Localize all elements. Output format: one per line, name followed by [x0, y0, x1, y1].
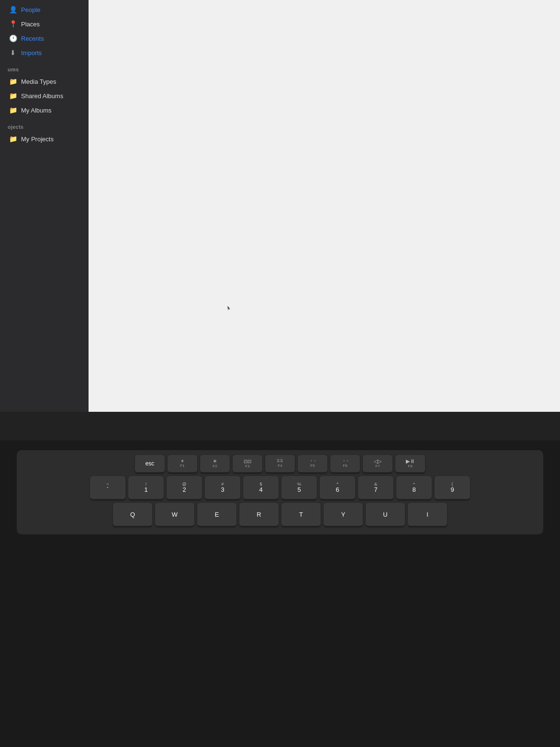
sidebar-item-recents[interactable]: 🕐 Recents: [3, 32, 86, 45]
key-f6[interactable]: ⠐⠐ F6: [330, 455, 360, 473]
sidebar-item-shared-albums[interactable]: 📁 Shared Albums: [3, 89, 86, 102]
media-folder-icon: 📁: [9, 77, 17, 86]
sidebar-label-imports: Imports: [21, 49, 42, 57]
key-3[interactable]: # 3: [205, 476, 240, 500]
map-icon: 📍: [9, 20, 17, 28]
projects-folder-icon: 📁: [9, 135, 17, 143]
key-2[interactable]: @ 2: [167, 476, 202, 500]
key-r[interactable]: R: [239, 503, 279, 527]
sidebar-label-recents: Recents: [21, 35, 44, 42]
main-content: [89, 0, 560, 412]
key-6[interactable]: ^ 6: [320, 476, 355, 500]
projects-section-label: ojects: [0, 117, 89, 132]
clock-icon: 🕐: [9, 34, 17, 43]
sidebar: 👤 People 📍 Places 🕐 Recents ⬇ Imports um…: [0, 0, 89, 412]
key-7[interactable]: & 7: [358, 476, 393, 500]
key-w[interactable]: W: [155, 503, 194, 527]
sidebar-item-my-albums[interactable]: 📁 My Albums: [3, 103, 86, 117]
key-i[interactable]: I: [408, 503, 447, 527]
key-t[interactable]: T: [281, 503, 321, 527]
key-5[interactable]: % 5: [281, 476, 317, 500]
albums-folder-icon: 📁: [9, 106, 17, 114]
key-f3[interactable]: ⊡⊡ F3: [233, 455, 262, 473]
key-u[interactable]: U: [366, 503, 405, 527]
sidebar-label-my-projects: My Projects: [21, 136, 54, 143]
screen-area: 👤 People 📍 Places 🕐 Recents ⬇ Imports um…: [0, 0, 560, 412]
letter-row-1: Q W E R T Y U: [22, 503, 538, 527]
key-y[interactable]: Y: [324, 503, 363, 527]
albums-section-label: ums: [0, 60, 89, 74]
key-f7[interactable]: ◁▷ F7: [363, 455, 392, 473]
sidebar-label-my-albums: My Albums: [21, 107, 52, 114]
sidebar-item-my-projects[interactable]: 📁 My Projects: [3, 132, 86, 146]
key-4[interactable]: $ 4: [243, 476, 279, 500]
sidebar-item-people[interactable]: 👤 People: [3, 3, 86, 16]
key-q[interactable]: Q: [113, 503, 152, 527]
key-8[interactable]: * 8: [396, 476, 432, 500]
number-key-row: ~ ` ! 1 @ 2 # 3 $ 4: [22, 476, 538, 500]
key-f4[interactable]: ⠿⠿ F4: [265, 455, 295, 473]
fn-key-row: esc ☀ F1 ☀ F2 ⊡⊡ F3 ⠿⠿ F4: [22, 455, 538, 473]
sidebar-label-shared-albums: Shared Albums: [21, 92, 63, 100]
person-icon: 👤: [9, 5, 17, 14]
cursor: [227, 306, 230, 310]
keyboard-area: esc ☀ F1 ☀ F2 ⊡⊡ F3 ⠿⠿ F4: [0, 441, 560, 747]
sidebar-item-imports[interactable]: ⬇ Imports: [3, 46, 86, 59]
key-f1[interactable]: ☀ F1: [168, 455, 197, 473]
sidebar-label-people: People: [21, 6, 40, 13]
key-f2[interactable]: ☀ F2: [200, 455, 230, 473]
key-e[interactable]: E: [197, 503, 236, 527]
laptop-body: 👤 People 📍 Places 🕐 Recents ⬇ Imports um…: [0, 0, 560, 747]
sidebar-item-media-types[interactable]: 📁 Media Types: [3, 75, 86, 88]
key-9[interactable]: ( 9: [435, 476, 470, 500]
shared-folder-icon: 📁: [9, 91, 17, 100]
key-esc[interactable]: esc: [135, 455, 165, 473]
keyboard-bezel: [0, 412, 560, 441]
key-f5[interactable]: ⠐⠐ F5: [298, 455, 327, 473]
import-icon: ⬇: [9, 48, 17, 57]
sidebar-label-places: Places: [21, 21, 40, 28]
keyboard: esc ☀ F1 ☀ F2 ⊡⊡ F3 ⠿⠿ F4: [17, 450, 543, 534]
key-f8[interactable]: ▶⏸ F8: [395, 455, 425, 473]
key-1[interactable]: ! 1: [128, 476, 164, 500]
key-tilde[interactable]: ~ `: [90, 476, 125, 500]
sidebar-item-places[interactable]: 📍 Places: [3, 17, 86, 31]
sidebar-label-media-types: Media Types: [21, 78, 56, 85]
